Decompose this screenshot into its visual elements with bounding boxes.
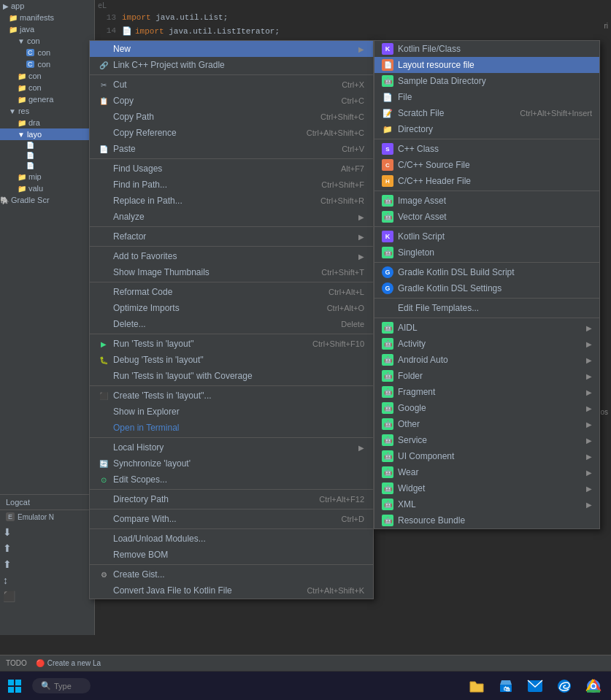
taskbar-mail-icon[interactable] (523, 674, 547, 698)
menu-item-delete[interactable]: Delete... Delete (90, 316, 373, 332)
tree-item-valu[interactable]: 📁 valu (0, 182, 94, 194)
taskbar-search-box[interactable]: 🔍 Type (32, 678, 91, 693)
menu-label-show-thumbnails: Show Image Thumbnails (113, 267, 210, 277)
submenu-item-scratch-file[interactable]: 📝 Scratch File Ctrl+Alt+Shift+Insert (374, 105, 599, 121)
submenu-item-activity[interactable]: 🤖 Activity ▶ (374, 336, 599, 352)
tree-label-gradle: Gradle Scr (11, 196, 50, 204)
menu-item-replace-path[interactable]: Replace in Path... Ctrl+Shift+R (90, 193, 373, 209)
submenu-sep-3 (374, 226, 599, 227)
menu-item-convert-kotlin[interactable]: Convert Java File to Kotlin File Ctrl+Al… (90, 582, 373, 599)
menu-item-copy-ref[interactable]: Copy Reference Ctrl+Alt+Shift+C (90, 125, 373, 141)
submenu-item-fragment[interactable]: 🤖 Fragment ▶ (374, 384, 599, 400)
submenu-item-other[interactable]: 🤖 Other ▶ (374, 416, 599, 432)
menu-item-create-gist[interactable]: ⚙ Create Gist... (90, 566, 373, 582)
tree-item-manifests[interactable]: 📁 manifests (0, 12, 94, 23)
action-btn-1[interactable]: ⬇ (3, 526, 91, 538)
menu-item-compare-with[interactable]: Compare With... Ctrl+D (90, 511, 373, 527)
menu-item-remove-bom[interactable]: Remove BOM (90, 547, 373, 563)
taskbar-edge-icon[interactable] (553, 674, 576, 698)
submenu-item-vector-asset[interactable]: 🤖 Vector Asset (374, 209, 599, 225)
tree-item-file2[interactable]: 📄 (0, 150, 94, 161)
submenu-item-service[interactable]: 🤖 Service ▶ (374, 432, 599, 448)
submenu-item-android-auto[interactable]: 🤖 Android Auto ▶ (374, 352, 599, 368)
menu-item-find-path[interactable]: Find in Path... Ctrl+Shift+F (90, 177, 373, 193)
submenu-item-directory[interactable]: 📁 Directory (374, 121, 599, 137)
submenu-item-image-asset[interactable]: 🤖 Image Asset (374, 193, 599, 209)
submenu-item-aidl[interactable]: 🤖 AIDL ▶ (374, 320, 599, 336)
menu-item-link-cpp[interactable]: 🔗 Link C++ Project with Gradle (90, 57, 373, 73)
tree-item-java[interactable]: 📁 java (0, 23, 94, 35)
folder-icon-con4: 📁 (18, 72, 26, 80)
action-btn-5[interactable]: ⬛ (3, 591, 91, 602)
menu-item-sync-layout[interactable]: 🔄 Synchronize 'layout' (90, 455, 373, 472)
submenu-item-singleton[interactable]: 🤖 Singleton (374, 245, 599, 261)
menu-item-open-terminal[interactable]: Open in Terminal (90, 420, 373, 436)
submenu-arrow-activity: ▶ (586, 340, 592, 348)
tree-item-genera[interactable]: 📁 genera (0, 93, 94, 105)
menu-item-analyze[interactable]: Analyze ▶ (90, 209, 373, 225)
submenu-item-edit-templates[interactable]: Edit File Templates... (374, 300, 599, 316)
submenu-item-resource-bundle[interactable]: 🤖 Resource Bundle (374, 512, 599, 528)
menu-item-show-thumbnails[interactable]: Show Image Thumbnails Ctrl+Shift+T (90, 264, 373, 280)
tree-item-app[interactable]: ▶ app (0, 0, 94, 12)
tree-item-file1[interactable]: 📄 (0, 140, 94, 150)
submenu-label-kotlin-file: Kotlin File/Class (398, 44, 461, 54)
menu-item-optimize-imports[interactable]: Optimize Imports Ctrl+Alt+O (90, 300, 373, 316)
tree-item-mip[interactable]: 📁 mip (0, 171, 94, 182)
submenu-item-google[interactable]: 🤖 Google ▶ (374, 400, 599, 416)
tree-item-gradle[interactable]: 🐘 Gradle Scr (0, 194, 94, 206)
submenu-item-cpp-class[interactable]: S C++ Class (374, 141, 599, 157)
tree-item-dra[interactable]: 📁 dra (0, 117, 94, 128)
menu-item-dir-path[interactable]: Directory Path Ctrl+Alt+F12 (90, 491, 373, 507)
tree-item-con2[interactable]: C con (0, 47, 94, 58)
taskbar-chrome-icon[interactable] (582, 674, 605, 698)
submenu-item-layout-resource[interactable]: 📄 Layout resource file (374, 57, 599, 73)
menu-item-load-unload[interactable]: Load/Unload Modules... (90, 531, 373, 547)
submenu-item-wear[interactable]: 🤖 Wear ▶ (374, 464, 599, 480)
menu-item-reformat[interactable]: Reformat Code Ctrl+Alt+L (90, 284, 373, 300)
submenu-item-widget[interactable]: 🤖 Widget ▶ (374, 480, 599, 496)
submenu-item-kotlin-script[interactable]: K Kotlin Script (374, 228, 599, 245)
menu-item-debug-tests[interactable]: 🐛 Debug 'Tests in 'layout'' (90, 352, 373, 368)
menu-item-create-tests[interactable]: ⬛ Create 'Tests in 'layout''... (90, 388, 373, 404)
submenu-item-gradle-settings[interactable]: G Gradle Kotlin DSL Settings (374, 280, 599, 296)
menu-item-run-tests[interactable]: ▶ Run 'Tests in 'layout'' Ctrl+Shift+F10 (90, 336, 373, 352)
menu-item-local-history[interactable]: Local History ▶ (90, 439, 373, 455)
submenu-item-gradle-build[interactable]: G Gradle Kotlin DSL Build Script (374, 264, 599, 280)
submenu-item-ui-component[interactable]: 🤖 UI Component ▶ (374, 448, 599, 464)
action-btn-2[interactable]: ⬆ (3, 542, 91, 554)
menu-item-refactor[interactable]: Refactor ▶ (90, 228, 373, 245)
menu-item-run-coverage[interactable]: Run 'Tests in 'layout'' with Coverage (90, 368, 373, 384)
taskbar-store-icon[interactable]: 🛍 (494, 674, 518, 698)
submenu-item-file[interactable]: 📄 File (374, 89, 599, 105)
taskbar-folder-icon[interactable] (465, 674, 488, 698)
tree-item-file3[interactable]: 📄 (0, 161, 94, 171)
submenu-item-folder[interactable]: 🤖 Folder ▶ (374, 368, 599, 384)
menu-item-add-favorites[interactable]: Add to Favorites ▶ (90, 248, 373, 264)
submenu-item-xml[interactable]: 🤖 XML ▶ (374, 496, 599, 512)
submenu-item-kotlin-file[interactable]: K Kotlin File/Class (374, 41, 599, 57)
menu-item-new[interactable]: New ▶ (90, 41, 373, 57)
tree-item-con4[interactable]: 📁 con (0, 70, 94, 82)
tree-item-con5[interactable]: 📁 con (0, 82, 94, 93)
menu-item-find-usages[interactable]: Find Usages Alt+F7 (90, 161, 373, 177)
action-btn-3[interactable]: ⬆ (3, 558, 91, 570)
tree-item-layo[interactable]: ▼ layo (0, 128, 94, 140)
tree-item-con1[interactable]: ▼ con (0, 35, 94, 47)
submenu-item-cpp-source[interactable]: C C/C++ Source File (374, 157, 599, 173)
submenu-item-cpp-header[interactable]: H C/C++ Header File (374, 173, 599, 189)
action-btn-4[interactable]: ↕ (3, 574, 91, 586)
windows-start-button[interactable] (0, 672, 29, 701)
menu-label-local-history: Local History (113, 442, 164, 453)
menu-item-show-explorer[interactable]: Show in Explorer (90, 404, 373, 420)
tree-item-res[interactable]: ▼ res (0, 105, 94, 117)
menu-item-cut[interactable]: ✂ Cut Ctrl+X (90, 77, 373, 93)
tree-item-con3[interactable]: C con (0, 58, 94, 70)
menu-item-paste[interactable]: 📄 Paste Ctrl+V (90, 141, 373, 157)
menu-item-copy[interactable]: 📋 Copy Ctrl+C (90, 93, 373, 109)
todo-tab[interactable]: TODO (6, 659, 27, 667)
menu-item-copy-path[interactable]: Copy Path Ctrl+Shift+C (90, 109, 373, 125)
submenu-item-sample-data[interactable]: 🤖 Sample Data Directory (374, 73, 599, 89)
menu-item-edit-scopes[interactable]: ⊙ Edit Scopes... (90, 472, 373, 488)
menu-label-optimize-imports: Optimize Imports (113, 303, 180, 313)
